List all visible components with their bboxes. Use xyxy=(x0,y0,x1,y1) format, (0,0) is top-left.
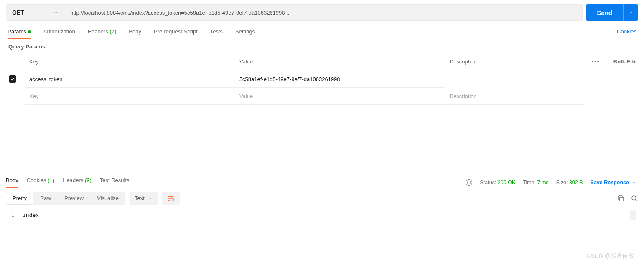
wrap-icon xyxy=(167,195,175,201)
query-params-title: Query Params xyxy=(0,39,644,53)
col-value: Value xyxy=(235,53,445,70)
checkbox[interactable] xyxy=(9,75,16,83)
param-value[interactable]: 5c58a1ef-e1d5-49e7-9ef7-da1063261998 xyxy=(235,71,445,88)
param-key[interactable]: access_token xyxy=(25,71,235,88)
line-number: 1 xyxy=(6,212,23,218)
param-value-placeholder[interactable]: Value xyxy=(235,88,445,105)
chevron-down-icon xyxy=(631,180,636,185)
svg-rect-0 xyxy=(620,197,624,201)
chevron-down-icon xyxy=(148,196,153,201)
resp-tab-body[interactable]: Body xyxy=(6,177,18,188)
url-input[interactable]: http://localhost:8084/cms/index?access_t… xyxy=(64,4,583,21)
time-label: Time: 7 ms xyxy=(523,180,548,185)
method-value: GET xyxy=(12,9,24,16)
table-row: access_token 5c58a1ef-e1d5-49e7-9ef7-da1… xyxy=(0,70,644,88)
wrap-lines-button[interactable] xyxy=(162,192,180,205)
chevron-down-icon xyxy=(629,10,634,15)
view-visualize[interactable]: Visualize xyxy=(90,192,125,205)
format-select[interactable]: Text xyxy=(130,192,158,205)
view-preview[interactable]: Preview xyxy=(58,192,90,205)
view-raw[interactable]: Raw xyxy=(33,192,58,205)
tab-tests[interactable]: Tests xyxy=(210,25,223,39)
search-icon[interactable] xyxy=(631,195,638,202)
param-key-placeholder[interactable]: Key xyxy=(25,88,235,105)
resp-tab-cookies[interactable]: Cookies (1) xyxy=(27,177,54,188)
query-params-table: Key Value Description ••• Bulk Edit acce… xyxy=(0,53,644,105)
save-response-button[interactable]: Save Response xyxy=(591,180,636,185)
dot-icon xyxy=(28,30,31,33)
method-select[interactable]: GET xyxy=(6,4,64,21)
tab-prerequest[interactable]: Pre-request Script xyxy=(154,25,198,39)
chevron-down-icon xyxy=(53,10,58,15)
size-label: Size: 302 B xyxy=(556,180,583,185)
body-text: index xyxy=(23,212,39,218)
cookies-link[interactable]: Cookies xyxy=(617,25,636,39)
tab-headers[interactable]: Headers (7) xyxy=(88,25,117,39)
tab-settings[interactable]: Settings xyxy=(235,25,255,39)
tab-body[interactable]: Body xyxy=(129,25,141,39)
table-row-blank: Key Value Description xyxy=(0,88,644,105)
send-more-button[interactable] xyxy=(623,4,638,21)
param-desc[interactable] xyxy=(445,74,585,84)
svg-point-1 xyxy=(632,196,636,200)
resp-tab-tests[interactable]: Test Results xyxy=(100,177,130,188)
col-desc: Description xyxy=(445,53,585,70)
view-pretty[interactable]: Pretty xyxy=(6,192,33,205)
more-icon[interactable]: ••• xyxy=(585,53,606,70)
globe-icon[interactable] xyxy=(466,179,472,186)
response-body[interactable]: 1 index xyxy=(0,209,644,221)
tab-authorization[interactable]: Authorization xyxy=(43,25,75,39)
status-label: Status: 200 OK xyxy=(480,180,515,185)
copy-icon[interactable] xyxy=(617,195,625,202)
bulk-edit-button[interactable]: Bulk Edit xyxy=(606,53,644,70)
send-button[interactable]: Send xyxy=(586,4,623,21)
param-desc-placeholder[interactable]: Description xyxy=(445,88,585,105)
view-mode-segment: Pretty Raw Preview Visualize xyxy=(6,192,125,205)
col-key: Key xyxy=(25,53,235,70)
check-icon xyxy=(10,76,15,81)
tab-params[interactable]: Params xyxy=(8,25,31,39)
resp-tab-headers[interactable]: Headers (9) xyxy=(63,177,92,188)
